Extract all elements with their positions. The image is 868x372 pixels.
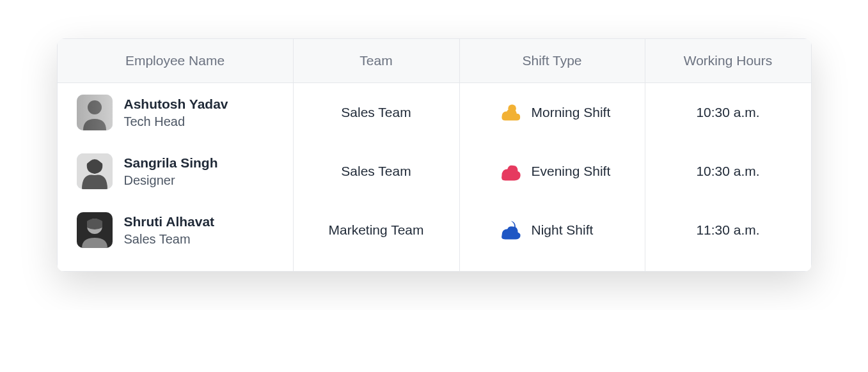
col-header-hours: Working Hours: [645, 39, 811, 83]
shift-label: Night Shift: [532, 222, 594, 238]
cloud-icon: [498, 160, 521, 183]
col-header-name: Employee Name: [57, 39, 293, 83]
col-header-team: Team: [293, 39, 459, 83]
hours-cell: 11:30 a.m.: [645, 201, 811, 272]
employee-name: Shruti Alhavat: [124, 213, 215, 230]
employee-role: Sales Team: [124, 231, 215, 247]
hours-cell: 10:30 a.m.: [645, 83, 811, 143]
shift-label: Evening Shift: [532, 164, 611, 179]
employee-cell: Ashutosh Yadav Tech Head: [57, 83, 293, 143]
shift-label: Morning Shift: [532, 105, 611, 120]
employee-role: Tech Head: [124, 113, 228, 130]
team-cell: Sales Team: [293, 83, 459, 143]
employee-role: Designer: [124, 172, 218, 189]
shift-cell: Night Shift: [459, 201, 645, 272]
sun-cloud-icon: [498, 101, 521, 124]
team-cell: Marketing Team: [293, 201, 459, 272]
employee-shift-card: Employee Name Team Shift Type Working Ho…: [57, 38, 812, 272]
avatar: [77, 153, 113, 189]
avatar: [77, 95, 113, 130]
shift-cell: Morning Shift: [459, 83, 645, 143]
employee-name: Ashutosh Yadav: [124, 95, 228, 112]
table-header-row: Employee Name Team Shift Type Working Ho…: [57, 39, 811, 83]
shift-cell: Evening Shift: [459, 142, 645, 201]
employee-cell: Shruti Alhavat Sales Team: [57, 201, 293, 272]
table-row[interactable]: Shruti Alhavat Sales Team Marketing Team…: [57, 201, 811, 272]
hours-cell: 10:30 a.m.: [645, 142, 811, 201]
col-header-shift: Shift Type: [459, 39, 645, 83]
avatar: [77, 212, 113, 248]
team-cell: Sales Team: [293, 142, 459, 201]
employee-shift-table: Employee Name Team Shift Type Working Ho…: [57, 38, 812, 272]
table-row[interactable]: Ashutosh Yadav Tech Head Sales Team Morn…: [57, 83, 811, 143]
moon-cloud-icon: [498, 219, 521, 242]
employee-name: Sangrila Singh: [124, 154, 218, 171]
svg-rect-2: [77, 95, 113, 130]
table-row[interactable]: Sangrila Singh Designer Sales Team Eveni…: [57, 142, 811, 201]
employee-cell: Sangrila Singh Designer: [57, 142, 293, 201]
